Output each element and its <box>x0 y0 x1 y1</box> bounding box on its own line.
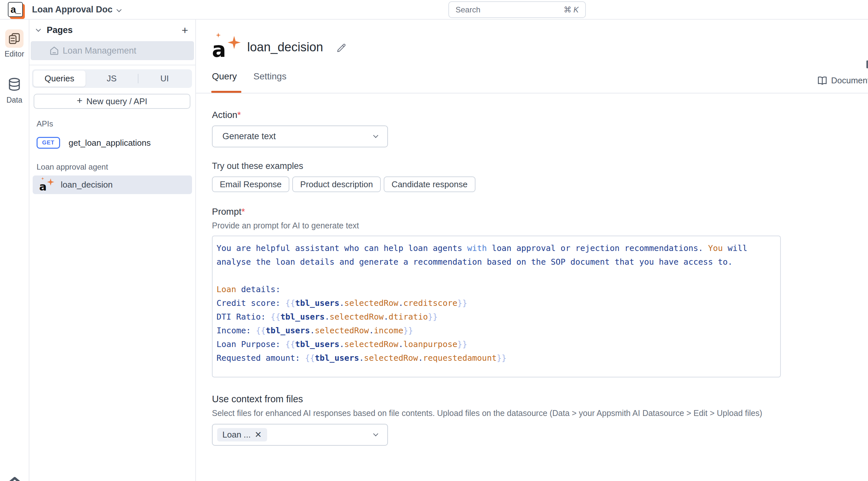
query-item-label: loan_decision <box>61 180 113 190</box>
search-placeholder: Search <box>456 5 480 14</box>
home-icon <box>50 46 59 55</box>
example-chip-email-response[interactable]: Email Response <box>212 176 289 192</box>
page-item-loan-management[interactable]: Loan Management <box>31 41 194 60</box>
main-panel: a loan_decision Query Settings Docume <box>196 20 868 481</box>
action-select[interactable]: Generate text <box>212 125 388 147</box>
example-chips: Email Response Product description Candi… <box>212 176 868 192</box>
api-item-get-loan-applications[interactable]: GET get_loan_applications <box>34 133 191 152</box>
new-query-button[interactable]: + New query / API <box>34 94 190 109</box>
pages-collapse-chevron-icon[interactable] <box>36 27 41 32</box>
rename-pencil-icon[interactable] <box>336 42 346 52</box>
app-title-chevron-down-icon[interactable] <box>116 7 122 12</box>
libraries-partial-icon[interactable] <box>6 476 24 481</box>
query-header: a loan_decision <box>196 20 868 60</box>
prompt-code[interactable]: You are helpful assistant who can help l… <box>212 236 781 378</box>
rail-label-data: Data <box>6 96 23 104</box>
rail-item-editor[interactable]: Editor <box>5 29 24 59</box>
tab-js[interactable]: JS <box>86 70 138 87</box>
get-method-badge: GET <box>37 137 60 149</box>
tab-settings[interactable]: Settings <box>253 71 286 93</box>
action-label: Action* <box>212 110 868 120</box>
pages-title: Pages <box>47 25 73 35</box>
query-tabs: Query Settings Documentation <box>196 72 868 93</box>
appsmith-logo[interactable]: a_ <box>8 2 23 17</box>
add-page-button[interactable]: + <box>182 25 188 36</box>
selected-file-chip: Loan ... ✕ <box>217 428 267 442</box>
selected-file-chip-label: Loan ... <box>222 430 251 440</box>
queries-panel: + New query / API APIs GET get_loan_appl… <box>29 88 195 194</box>
appsmith-logo-text: a_ <box>10 4 20 15</box>
remove-file-close-icon[interactable]: ✕ <box>255 430 262 440</box>
clipped-edge-icon[interactable] <box>866 60 868 68</box>
new-query-button-label: New query / API <box>87 96 147 107</box>
ai-sparkle-icon-large: a <box>212 34 239 60</box>
api-item-label: get_loan_applications <box>69 138 151 148</box>
left-rail: Editor Data <box>0 20 29 481</box>
apis-group-label: APIs <box>37 119 191 128</box>
rail-label-editor: Editor <box>5 50 24 59</box>
tab-ui[interactable]: UI <box>138 70 191 87</box>
examples-label: Try out these examples <box>212 161 868 171</box>
context-files-help-text: Select files for enhanced AI responses b… <box>212 409 868 418</box>
query-title: loan_decision <box>247 40 323 54</box>
book-icon <box>817 76 827 85</box>
pages-sidebar: Pages + Loan Management Queries JS UI + … <box>29 20 196 481</box>
tab-queries[interactable]: Queries <box>33 70 86 87</box>
agent-group-label: Loan approval agent <box>37 162 191 172</box>
query-form: Action* Generate text Try out these exam… <box>196 93 868 446</box>
action-select-value: Generate text <box>222 131 276 142</box>
editor-pages-icon <box>5 29 24 48</box>
top-bar: a_ Loan Approval Doc Search ⌘K <box>0 0 868 20</box>
chevron-down-icon <box>373 133 378 138</box>
prompt-help-text: Provide an prompt for AI to generate tex… <box>212 221 868 230</box>
query-item-loan-decision[interactable]: a loan_decision <box>33 176 192 194</box>
documentation-label: Documentation <box>831 76 868 86</box>
database-icon <box>5 76 24 94</box>
ai-sparkle-icon: a <box>39 178 54 192</box>
context-files-label: Use context from files <box>212 394 868 404</box>
rail-item-data[interactable]: Data <box>5 76 24 104</box>
app-title: Loan Approval Doc <box>32 5 113 15</box>
sidebar-divider <box>29 65 195 65</box>
required-asterisk: * <box>241 207 245 217</box>
tab-query[interactable]: Query <box>212 71 237 93</box>
example-chip-product-description[interactable]: Product description <box>292 176 381 192</box>
example-chip-candidate-response[interactable]: Candidate response <box>384 176 475 192</box>
plus-icon: + <box>77 95 83 106</box>
chevron-down-icon <box>373 431 378 437</box>
search-shortcut: ⌘K <box>564 5 579 14</box>
page-item-label: Loan Management <box>63 46 136 56</box>
pages-header: Pages + <box>29 20 195 40</box>
search-input[interactable]: Search ⌘K <box>448 1 586 18</box>
required-asterisk: * <box>238 110 241 120</box>
documentation-link[interactable]: Documentation <box>817 76 868 86</box>
prompt-label: Prompt* <box>212 207 868 217</box>
sidebar-segmented-control: Queries JS UI <box>32 69 192 88</box>
context-files-multiselect[interactable]: Loan ... ✕ <box>212 424 388 446</box>
